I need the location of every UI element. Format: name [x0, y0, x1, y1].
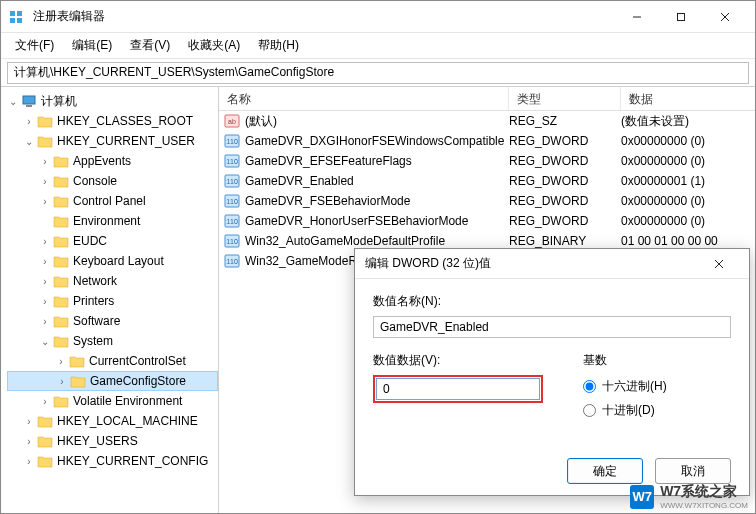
- chevron-right-icon[interactable]: ›: [23, 436, 35, 447]
- tree-item-hku[interactable]: ›HKEY_USERS: [7, 431, 218, 451]
- radio-dec-input[interactable]: [583, 404, 596, 417]
- menu-favorites[interactable]: 收藏夹(A): [180, 34, 248, 57]
- radio-hex-input[interactable]: [583, 380, 596, 393]
- tree-item-console[interactable]: ›Console: [7, 171, 218, 191]
- col-name-header[interactable]: 名称: [219, 87, 509, 110]
- cancel-button[interactable]: 取消: [655, 458, 731, 484]
- tree-item-ccs[interactable]: ›CurrentControlSet: [7, 351, 218, 371]
- tree-item-root[interactable]: ⌄计算机: [7, 91, 218, 111]
- value-name: Win32_AutoGameModeDefaultProfile: [245, 234, 509, 248]
- value-row[interactable]: 110GameDVR_FSEBehaviorModeREG_DWORD0x000…: [219, 191, 755, 211]
- tree-item-environment[interactable]: ›Environment: [7, 211, 218, 231]
- maximize-button[interactable]: [659, 2, 703, 32]
- chevron-right-icon[interactable]: ›: [23, 416, 35, 427]
- regedit-icon: [9, 9, 25, 25]
- tree-item-hkcu[interactable]: ⌄HKEY_CURRENT_USER: [7, 131, 218, 151]
- value-row[interactable]: 110GameDVR_EnabledREG_DWORD0x00000001 (1…: [219, 171, 755, 191]
- address-input[interactable]: [7, 62, 749, 84]
- dword-value-icon: 110: [223, 252, 241, 270]
- ok-button[interactable]: 确定: [567, 458, 643, 484]
- menu-edit[interactable]: 编辑(E): [64, 34, 120, 57]
- chevron-right-icon[interactable]: ›: [39, 236, 51, 247]
- chevron-down-icon[interactable]: ⌄: [39, 336, 51, 347]
- chevron-right-icon[interactable]: ›: [23, 116, 35, 127]
- chevron-right-icon[interactable]: ›: [39, 176, 51, 187]
- tree-item-eudc[interactable]: ›EUDC: [7, 231, 218, 251]
- value-data-label: 数值数据(V):: [373, 352, 553, 369]
- tree-item-label: System: [73, 334, 113, 348]
- value-row[interactable]: 110GameDVR_HonorUserFSEBehaviorModeREG_D…: [219, 211, 755, 231]
- dword-value-icon: 110: [223, 232, 241, 250]
- chevron-right-icon[interactable]: ›: [23, 456, 35, 467]
- tree-item-keyboard[interactable]: ›Keyboard Layout: [7, 251, 218, 271]
- svg-rect-2: [10, 18, 15, 23]
- chevron-down-icon[interactable]: ⌄: [7, 96, 19, 107]
- tree-item-system[interactable]: ⌄System: [7, 331, 218, 351]
- radio-dec[interactable]: 十进制(D): [583, 399, 731, 421]
- tree-item-ve[interactable]: ›Volatile Environment: [7, 391, 218, 411]
- minimize-button[interactable]: [615, 2, 659, 32]
- string-value-icon: ab: [223, 112, 241, 130]
- col-data-header[interactable]: 数据: [621, 87, 755, 110]
- radio-hex[interactable]: 十六进制(H): [583, 375, 731, 397]
- tree-item-hkcr[interactable]: ›HKEY_CLASSES_ROOT: [7, 111, 218, 131]
- close-button[interactable]: [703, 2, 747, 32]
- tree-item-hkcc[interactable]: ›HKEY_CURRENT_CONFIG: [7, 451, 218, 471]
- col-type-header[interactable]: 类型: [509, 87, 621, 110]
- svg-text:110: 110: [226, 138, 238, 145]
- menu-help[interactable]: 帮助(H): [250, 34, 307, 57]
- svg-rect-8: [23, 96, 35, 104]
- edit-dword-dialog: 编辑 DWORD (32 位)值 数值名称(N): GameDVR_Enable…: [354, 248, 750, 496]
- svg-text:110: 110: [226, 158, 238, 165]
- folder-icon: [53, 334, 69, 348]
- folder-icon: [53, 274, 69, 288]
- folder-icon: [37, 414, 53, 428]
- value-data-highlight: [373, 375, 543, 403]
- value-name: GameDVR_HonorUserFSEBehaviorMode: [245, 214, 509, 228]
- value-row[interactable]: 110GameDVR_DXGIHonorFSEWindowsCompatible…: [219, 131, 755, 151]
- value-type: REG_DWORD: [509, 214, 621, 228]
- value-data-input[interactable]: [376, 378, 540, 400]
- menu-file[interactable]: 文件(F): [7, 34, 62, 57]
- tree-item-hklm[interactable]: ›HKEY_LOCAL_MACHINE: [7, 411, 218, 431]
- folder-icon: [53, 314, 69, 328]
- folder-icon: [37, 134, 53, 148]
- tree-item-label: HKEY_CURRENT_CONFIG: [57, 454, 208, 468]
- chevron-right-icon[interactable]: ›: [39, 196, 51, 207]
- tree-item-appevents[interactable]: ›AppEvents: [7, 151, 218, 171]
- tree-pane[interactable]: ⌄计算机›HKEY_CLASSES_ROOT⌄HKEY_CURRENT_USER…: [1, 87, 219, 513]
- dword-value-icon: 110: [223, 152, 241, 170]
- folder-icon: [70, 374, 86, 388]
- tree-item-printers[interactable]: ›Printers: [7, 291, 218, 311]
- menu-view[interactable]: 查看(V): [122, 34, 178, 57]
- chevron-right-icon[interactable]: ›: [39, 396, 51, 407]
- tree-item-software[interactable]: ›Software: [7, 311, 218, 331]
- value-row[interactable]: ab(默认)REG_SZ(数值未设置): [219, 111, 755, 131]
- chevron-right-icon[interactable]: ›: [39, 276, 51, 287]
- tree-item-controlpanel[interactable]: ›Control Panel: [7, 191, 218, 211]
- svg-text:110: 110: [226, 238, 238, 245]
- value-row[interactable]: 110GameDVR_EFSEFeatureFlagsREG_DWORD0x00…: [219, 151, 755, 171]
- folder-icon: [37, 454, 53, 468]
- watermark-url: WWW.W7XITONG.COM: [660, 501, 748, 510]
- chevron-right-icon[interactable]: ›: [39, 256, 51, 267]
- tree-item-network[interactable]: ›Network: [7, 271, 218, 291]
- chevron-right-icon[interactable]: ›: [39, 316, 51, 327]
- dialog-close-button[interactable]: [699, 250, 739, 278]
- chevron-right-icon[interactable]: ›: [55, 356, 67, 367]
- titlebar: 注册表编辑器: [1, 1, 755, 33]
- tree-item-gcs[interactable]: ›GameConfigStore: [7, 371, 218, 391]
- watermark: W7 W7系统之家 WWW.W7XITONG.COM: [630, 483, 748, 510]
- value-data: 0x00000001 (1): [621, 174, 755, 188]
- chevron-right-icon[interactable]: ›: [39, 156, 51, 167]
- chevron-right-icon[interactable]: ›: [39, 296, 51, 307]
- dword-value-icon: 110: [223, 172, 241, 190]
- value-name-field[interactable]: GameDVR_Enabled: [373, 316, 731, 338]
- svg-text:ab: ab: [228, 118, 236, 125]
- chevron-right-icon[interactable]: ›: [56, 376, 68, 387]
- svg-rect-1: [17, 11, 22, 16]
- value-type: REG_BINARY: [509, 234, 621, 248]
- tree-item-label: 计算机: [41, 93, 77, 110]
- value-data: 0x00000000 (0): [621, 214, 755, 228]
- chevron-down-icon[interactable]: ⌄: [23, 136, 35, 147]
